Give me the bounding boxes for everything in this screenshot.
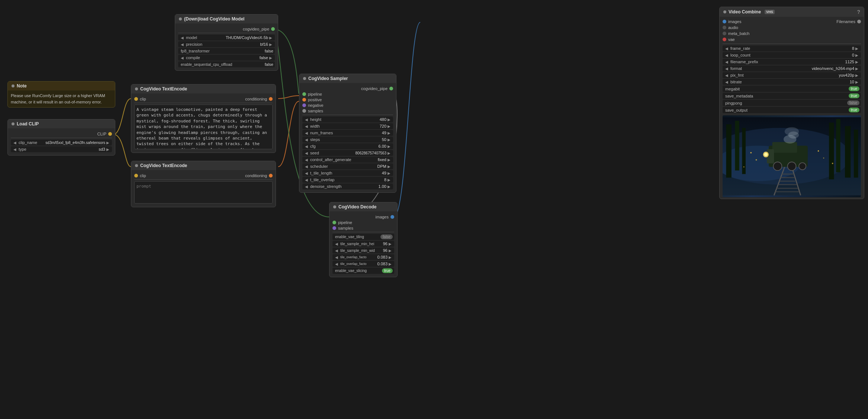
num-frames-arrow-right[interactable]: ▶	[386, 131, 392, 135]
sampler-negative-dot[interactable]	[302, 103, 306, 107]
precision-arrow-left[interactable]: ◀	[180, 42, 185, 47]
textencode-neg-clip-dot[interactable]	[134, 174, 138, 177]
control-after-arrow-left[interactable]: ◀	[304, 158, 309, 162]
combine-audio-dot[interactable]	[723, 26, 726, 29]
frame-rate-field[interactable]: ◀ frame_rate 8 ▶	[723, 45, 861, 51]
model-field[interactable]: ◀ model THUDM/CogVideoX-5b ▶	[178, 35, 275, 41]
pix-fmt-field[interactable]: ◀ pix_fmt yuv420p ▶	[723, 72, 861, 78]
sampler-positive-dot[interactable]	[302, 98, 306, 102]
save-metadata-toggle[interactable]: true	[849, 93, 859, 98]
loop-count-arrow-right[interactable]: ▶	[854, 53, 859, 57]
combine-meta-dot[interactable]	[723, 32, 726, 35]
width-arrow-left[interactable]: ◀	[304, 124, 309, 128]
height-field[interactable]: ◀ height 480 ▶	[302, 116, 393, 122]
t-tile-length-arrow-left[interactable]: ◀	[304, 171, 309, 175]
bitrate-field[interactable]: ◀ bitrate 10 ▶	[723, 79, 861, 85]
sampler-out-dot[interactable]	[389, 87, 393, 90]
tile-sample-min-height-field[interactable]: ◀ tile_sample_min_hei 96 ▶	[332, 241, 394, 247]
cfg-field[interactable]: ◀ cfg 6.00 ▶	[302, 143, 393, 149]
save-output-field[interactable]: save_output true	[723, 107, 861, 113]
pingpong-toggle[interactable]: false	[847, 100, 859, 105]
format-field[interactable]: ◀ format video/nvenc_h264-mp4 ▶	[723, 65, 861, 71]
height-arrow-left[interactable]: ◀	[304, 118, 309, 122]
scheduler-field[interactable]: ◀ scheduler DPM ▶	[302, 163, 393, 169]
frame-rate-arrow-left[interactable]: ◀	[724, 47, 729, 51]
tof-w-arrow-right[interactable]: ▶	[388, 262, 393, 266]
steps-field[interactable]: ◀ steps 50 ▶	[302, 137, 393, 143]
precision-field[interactable]: ◀ precision bf16 ▶	[178, 41, 275, 47]
model-arrow-right[interactable]: ▶	[268, 36, 273, 40]
sampler-samples-dot[interactable]	[302, 109, 306, 113]
cfg-arrow-left[interactable]: ◀	[304, 144, 309, 148]
decode-images-dot[interactable]	[390, 215, 394, 219]
filename-prefix-field[interactable]: ◀ filename_prefix 1125 ▶	[723, 59, 861, 65]
format-arrow-left[interactable]: ◀	[724, 67, 729, 71]
tof-h-arrow-left[interactable]: ◀	[334, 255, 339, 259]
t-tile-overlap-field[interactable]: ◀ t_tile_overlap 8 ▶	[302, 177, 393, 183]
denoise-field[interactable]: ◀ denoise_strength 1.00 ▶	[302, 183, 393, 189]
denoise-arrow-left[interactable]: ◀	[304, 185, 309, 189]
decode-samples-dot[interactable]	[332, 226, 336, 230]
seed-field[interactable]: ◀ seed 806286757407563 ▶	[302, 150, 393, 156]
steps-arrow-left[interactable]: ◀	[304, 138, 309, 142]
sampler-pipeline-dot[interactable]	[302, 92, 306, 96]
width-field[interactable]: ◀ width 720 ▶	[302, 123, 393, 129]
tile-w-arrow-right[interactable]: ▶	[388, 249, 393, 253]
bitrate-arrow-left[interactable]: ◀	[724, 80, 729, 84]
help-icon[interactable]: ?	[857, 9, 860, 15]
scheduler-arrow-right[interactable]: ▶	[386, 164, 392, 169]
clip-output-dot[interactable]	[108, 132, 112, 136]
save-output-toggle[interactable]: true	[849, 108, 859, 112]
compile-arrow-right[interactable]: ▶	[268, 56, 273, 60]
textencode-pos-clip-dot[interactable]	[134, 97, 138, 101]
seed-arrow-left[interactable]: ◀	[304, 151, 309, 155]
pingpong-field[interactable]: pingpong false	[723, 100, 861, 106]
combine-filenames-dot[interactable]	[857, 20, 861, 23]
textencode-pos-out-dot[interactable]	[269, 97, 273, 101]
control-after-field[interactable]: ◀ control_after_generate fixed ▶	[302, 157, 393, 163]
enable-vae-slicing-field[interactable]: enable_vae_slicing true	[332, 268, 394, 274]
tile-h-arrow-right[interactable]: ▶	[388, 242, 393, 246]
t-tile-overlap-arrow-left[interactable]: ◀	[304, 178, 309, 182]
filename-prefix-arrow-right[interactable]: ▶	[854, 60, 859, 64]
num-frames-arrow-left[interactable]: ◀	[304, 131, 309, 135]
cfg-arrow-right[interactable]: ▶	[386, 144, 392, 148]
textencode-neg-prompt[interactable]	[134, 181, 273, 204]
precision-arrow-right[interactable]: ▶	[268, 42, 273, 47]
cogvideo-pipe-dot[interactable]	[271, 27, 275, 31]
frame-rate-arrow-right[interactable]: ▶	[854, 47, 859, 51]
clip-type-field[interactable]: ◀ type sd3 ▶	[11, 146, 112, 152]
textencode-neg-out-dot[interactable]	[269, 174, 273, 177]
enable-vae-tiling-field[interactable]: enable_vae_tiling false	[332, 234, 394, 240]
combine-images-dot[interactable]	[723, 20, 726, 23]
compile-field[interactable]: ◀ compile false ▶	[178, 55, 275, 61]
clip-type-arrow-left[interactable]: ◀	[12, 147, 17, 151]
megabit-toggle[interactable]: true	[849, 86, 859, 91]
filename-prefix-arrow-left[interactable]: ◀	[724, 60, 729, 64]
enable-vae-slicing-toggle[interactable]: true	[382, 268, 393, 273]
control-after-arrow-right[interactable]: ▶	[386, 158, 392, 162]
tile-sample-min-width-field[interactable]: ◀ tile_sample_min_wid 96 ▶	[332, 247, 394, 253]
denoise-arrow-right[interactable]: ▶	[386, 185, 392, 189]
enable-vae-tiling-toggle[interactable]: false	[380, 234, 393, 239]
t-tile-length-field[interactable]: ◀ t_tile_length 49 ▶	[302, 170, 393, 176]
width-arrow-right[interactable]: ▶	[386, 124, 392, 128]
clip-type-arrow-right[interactable]: ▶	[105, 147, 110, 151]
bitrate-arrow-right[interactable]: ▶	[854, 80, 859, 84]
loop-count-field[interactable]: ◀ loop_count 0 ▶	[723, 52, 861, 58]
tile-overlap-factor-height-field[interactable]: ◀ tile_overlap_facto 0.083 ▶	[332, 254, 394, 260]
tile-w-arrow-left[interactable]: ◀	[334, 249, 339, 253]
compile-arrow-left[interactable]: ◀	[180, 56, 185, 60]
seed-arrow-right[interactable]: ▶	[386, 151, 392, 155]
model-arrow-left[interactable]: ◀	[180, 36, 185, 40]
decode-pipeline-dot[interactable]	[332, 221, 336, 224]
steps-arrow-right[interactable]: ▶	[386, 138, 392, 142]
scheduler-arrow-left[interactable]: ◀	[304, 164, 309, 169]
tile-h-arrow-left[interactable]: ◀	[334, 242, 339, 246]
clip-name-arrow-right[interactable]: ▶	[105, 141, 110, 145]
clip-name-arrow-left[interactable]: ◀	[12, 141, 17, 145]
textencode-pos-prompt[interactable]: A vintage steam locomotive, painted a de…	[134, 105, 273, 149]
pix-fmt-arrow-right[interactable]: ▶	[854, 73, 859, 77]
tile-overlap-factor-width-field[interactable]: ◀ tile_overlap_facto 0.083 ▶	[332, 261, 394, 267]
combine-vae-dot[interactable]	[723, 38, 726, 41]
